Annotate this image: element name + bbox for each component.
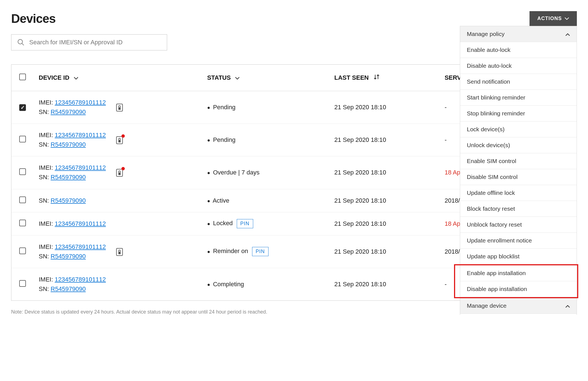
lock-icon <box>116 135 123 144</box>
sn-label: SN: <box>39 253 51 260</box>
highlighted-menu-items: Enable app installationDisable app insta… <box>454 264 578 298</box>
alert-dot-icon <box>121 167 125 170</box>
status-dot-icon: ● <box>207 221 210 227</box>
menu-section-header[interactable]: Manage policy <box>460 26 577 42</box>
chevron-down-icon[interactable] <box>74 74 78 81</box>
last-seen-value: 21 Sep 2020 18:10 <box>334 197 386 204</box>
menu-item[interactable]: Unlock device(s) <box>460 137 577 153</box>
svg-rect-5 <box>118 140 121 142</box>
row-checkbox[interactable] <box>19 136 26 142</box>
menu-item[interactable]: Stop blinking reminder <box>460 106 577 122</box>
menu-section-header[interactable]: Manage device <box>460 298 577 314</box>
menu-item[interactable]: Disable app installation <box>460 281 577 297</box>
menu-item[interactable]: Enable auto-lock <box>460 42 577 58</box>
imei-link[interactable]: 123456789101112 <box>55 276 106 283</box>
imei-link[interactable]: 123456789101112 <box>55 220 106 227</box>
row-checkbox[interactable] <box>19 220 26 226</box>
status-text: Pending <box>211 136 236 143</box>
pin-badge[interactable]: PIN <box>237 219 253 228</box>
actions-menu: Manage policyEnable auto-lockDisable aut… <box>460 26 577 315</box>
status-text: Reminder on <box>211 248 248 255</box>
sn-link[interactable]: R545979090 <box>51 141 86 148</box>
sn-link[interactable]: R545979090 <box>51 174 86 181</box>
last-seen-value: 21 Sep 2020 18:10 <box>334 136 386 143</box>
chevron-down-icon[interactable] <box>235 74 240 81</box>
pin-badge[interactable]: PIN <box>252 247 269 256</box>
search-box[interactable] <box>11 34 167 50</box>
chevron-up-icon <box>565 31 570 37</box>
menu-item[interactable]: Disable auto-lock <box>460 58 577 74</box>
last-seen-value: 21 Sep 2020 18:10 <box>334 169 386 176</box>
status-text: Locked <box>211 220 233 227</box>
row-checkbox[interactable] <box>19 280 26 287</box>
search-icon <box>17 38 25 46</box>
row-checkbox[interactable] <box>19 104 26 111</box>
menu-section-label: Manage device <box>467 302 506 309</box>
imei-link[interactable]: 123456789101112 <box>55 243 106 250</box>
last-seen-value: 21 Sep 2020 18:10 <box>334 104 386 111</box>
last-seen-value: 21 Sep 2020 18:10 <box>334 248 386 255</box>
sn-link[interactable]: R545979090 <box>51 285 86 292</box>
status-dot-icon: ● <box>207 105 210 110</box>
sort-icon[interactable] <box>373 74 380 82</box>
last-seen-value: 21 Sep 2020 18:10 <box>334 281 386 288</box>
sn-link[interactable]: R545979090 <box>51 108 86 115</box>
menu-item[interactable]: Update app blocklist <box>460 249 577 264</box>
menu-item[interactable]: Send notification <box>460 74 577 90</box>
status-text: Active <box>211 197 230 204</box>
imei-label: IMEI: <box>39 99 55 106</box>
search-input[interactable] <box>29 38 161 46</box>
menu-item[interactable]: Disable SIM control <box>460 169 577 185</box>
status-text: Overdue | 7 days <box>211 169 260 176</box>
svg-rect-3 <box>118 107 121 110</box>
menu-item[interactable]: Start blinking reminder <box>460 90 577 106</box>
page-title: Devices <box>11 12 55 26</box>
imei-label: IMEI: <box>39 132 55 139</box>
service-ends-value: - <box>445 136 447 143</box>
column-header-status[interactable]: STATUS <box>207 74 231 81</box>
select-all-checkbox[interactable] <box>19 74 26 80</box>
lock-icon <box>116 168 123 177</box>
svg-rect-9 <box>118 252 121 254</box>
menu-item[interactable]: Accept device(s) <box>460 314 577 315</box>
imei-label: IMEI: <box>39 164 55 171</box>
service-ends-value: - <box>445 281 447 288</box>
svg-line-1 <box>22 43 24 45</box>
actions-button-label: ACTIONS <box>537 16 562 21</box>
sn-label: SN: <box>39 174 51 181</box>
sn-link[interactable]: R545979090 <box>51 253 86 260</box>
menu-item[interactable]: Lock device(s) <box>460 122 577 137</box>
menu-item[interactable]: Enable app installation <box>460 265 577 281</box>
lock-icon <box>116 103 123 112</box>
menu-section-label: Manage policy <box>467 31 504 37</box>
status-dot-icon: ● <box>207 170 210 176</box>
imei-link[interactable]: 123456789101112 <box>55 99 106 106</box>
status-text: Completing <box>211 281 244 288</box>
lock-icon <box>116 247 123 256</box>
imei-label: IMEI: <box>39 220 55 227</box>
menu-item[interactable]: Enable SIM control <box>460 153 577 169</box>
menu-item[interactable]: Unblock factory reset <box>460 217 577 233</box>
menu-item[interactable]: Block factory reset <box>460 201 577 217</box>
alert-dot-icon <box>121 134 125 138</box>
svg-point-0 <box>18 40 23 44</box>
menu-item[interactable]: Update enrollment notice <box>460 233 577 249</box>
sn-link[interactable]: R545979090 <box>51 197 86 204</box>
column-header-device-id[interactable]: DEVICE ID <box>39 74 69 81</box>
row-checkbox[interactable] <box>19 168 26 175</box>
row-checkbox[interactable] <box>19 247 26 254</box>
row-checkbox[interactable] <box>19 196 26 203</box>
menu-item[interactable]: Update offline lock <box>460 185 577 201</box>
imei-link[interactable]: 123456789101112 <box>55 164 106 171</box>
status-dot-icon: ● <box>207 282 210 287</box>
status-dot-icon: ● <box>207 137 210 143</box>
sn-label: SN: <box>39 141 51 148</box>
imei-link[interactable]: 123456789101112 <box>55 132 106 139</box>
column-header-last-seen[interactable]: LAST SEEN <box>334 74 369 81</box>
sn-label: SN: <box>39 285 51 292</box>
sn-label: SN: <box>39 108 51 115</box>
status-dot-icon: ● <box>207 198 210 204</box>
imei-label: IMEI: <box>39 276 55 283</box>
status-dot-icon: ● <box>207 249 210 254</box>
actions-button[interactable]: ACTIONS <box>530 11 577 26</box>
